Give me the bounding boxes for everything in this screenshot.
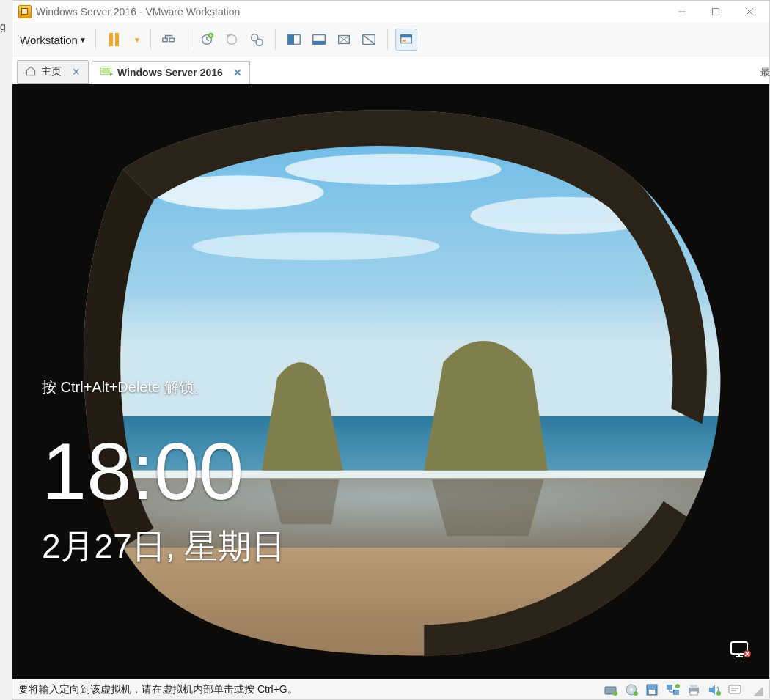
lockscreen-time: 18:00	[42, 429, 243, 514]
network-adapter-icon[interactable]	[665, 682, 681, 697]
tabstrip: 主页 ✕ Windows Server 2016 ✕	[12, 56, 769, 84]
svg-rect-55	[729, 685, 741, 693]
svg-point-42	[613, 691, 617, 696]
toolbar-separator	[95, 29, 96, 50]
multi-monitor-button[interactable]	[358, 29, 380, 51]
fit-guest-button[interactable]	[283, 29, 305, 51]
home-icon	[25, 65, 37, 79]
toolbar-separator	[188, 29, 188, 50]
fullscreen-button[interactable]	[308, 29, 330, 51]
fit-guest-icon	[286, 32, 302, 48]
resize-grip-icon[interactable]	[750, 683, 763, 696]
svg-rect-53	[690, 691, 697, 695]
titlebar[interactable]: Windows Server 2016 - VMware Workstation	[12, 1, 769, 23]
workstation-menu[interactable]: Workstation ▼	[18, 31, 88, 49]
toolbar-separator	[150, 29, 151, 50]
minimize-button[interactable]	[665, 1, 699, 22]
snapshot-manager-button[interactable]	[246, 29, 268, 51]
svg-rect-1	[713, 9, 719, 15]
snapshot-revert-icon	[224, 32, 240, 48]
chevron-down-icon: ▼	[133, 36, 141, 44]
power-menu-button[interactable]: ▼	[128, 29, 143, 51]
hard-disk-icon[interactable]	[604, 682, 620, 697]
guest-display[interactable]: 按 Ctrl+Alt+Delete 解锁。 18:00 2月27日, 星期日	[12, 84, 769, 679]
unlock-hint: 按 Ctrl+Alt+Delete 解锁。	[42, 377, 208, 397]
svg-point-44	[630, 688, 633, 691]
lockscreen-date: 2月27日, 星期日	[42, 524, 285, 570]
toolbar-separator	[387, 29, 388, 50]
snapshot-take-button[interactable]: +	[196, 29, 218, 51]
svg-rect-47	[649, 690, 655, 694]
home-tab-label: 主页	[41, 65, 62, 78]
svg-point-45	[634, 691, 638, 696]
printer-icon[interactable]	[686, 682, 702, 697]
snapshot-manager-icon	[249, 32, 265, 48]
vmware-app-icon	[18, 5, 32, 18]
svg-rect-4	[163, 38, 167, 42]
multi-monitor-icon	[361, 32, 377, 48]
home-tab[interactable]: 主页 ✕	[17, 60, 89, 84]
window-title: Windows Server 2016 - VMware Workstation	[36, 6, 240, 18]
svg-rect-16	[313, 41, 326, 45]
svg-rect-22	[402, 40, 406, 42]
svg-point-54	[716, 691, 721, 696]
toolbar: Workstation ▼ ▼ +	[12, 23, 769, 56]
send-cad-button[interactable]	[158, 29, 180, 51]
statusbar: 要将输入定向到该虚拟机，请在虚拟机内部单击或按 Ctrl+G。	[12, 679, 769, 699]
vmware-workstation-window: Windows Server 2016 - VMware Workstation…	[12, 0, 770, 700]
svg-rect-48	[667, 685, 672, 690]
svg-line-19	[363, 35, 375, 45]
chevron-down-icon: ▼	[79, 36, 87, 44]
snapshot-revert-button[interactable]	[221, 29, 243, 51]
vm-tab[interactable]: Windows Server 2016 ✕	[92, 61, 250, 84]
left-gutter-text: g	[0, 0, 12, 700]
workstation-menu-label: Workstation	[20, 34, 78, 46]
device-tray	[604, 682, 743, 697]
svg-point-12	[256, 39, 263, 45]
show-console-icon	[398, 32, 414, 48]
close-button[interactable]	[733, 1, 766, 22]
svg-rect-14	[288, 35, 294, 45]
sound-card-icon[interactable]	[706, 682, 722, 697]
svg-rect-21	[400, 35, 411, 38]
svg-rect-5	[169, 38, 174, 42]
svg-rect-52	[690, 685, 697, 688]
toolbar-separator	[275, 29, 276, 50]
floppy-icon[interactable]	[645, 682, 661, 697]
send-cad-icon	[161, 32, 177, 48]
snapshot-take-icon: +	[199, 32, 215, 48]
unity-button[interactable]	[333, 29, 355, 51]
vm-tab-label: Windows Server 2016	[117, 67, 223, 78]
right-gutter-text: 最	[760, 66, 770, 79]
maximize-button[interactable]	[699, 1, 733, 22]
close-tab-icon[interactable]: ✕	[233, 67, 242, 78]
lockscreen-overlay: 按 Ctrl+Alt+Delete 解锁。 18:00 2月27日, 星期日	[42, 84, 769, 679]
svg-rect-24	[101, 68, 109, 73]
svg-point-9	[227, 35, 236, 45]
cdrom-icon[interactable]	[624, 682, 640, 697]
unity-icon	[336, 32, 352, 48]
svg-point-50	[675, 684, 680, 688]
svg-text:+: +	[209, 33, 212, 38]
fullscreen-icon	[311, 32, 327, 48]
vm-icon	[100, 66, 113, 80]
message-log-icon[interactable]	[727, 682, 743, 697]
pause-vm-button[interactable]	[103, 29, 125, 51]
statusbar-hint: 要将输入定向到该虚拟机，请在虚拟机内部单击或按 Ctrl+G。	[18, 683, 298, 696]
pause-icon	[109, 33, 119, 46]
close-tab-icon[interactable]: ✕	[72, 66, 81, 78]
show-console-button[interactable]	[395, 29, 417, 51]
network-status-icon[interactable]	[730, 641, 752, 661]
